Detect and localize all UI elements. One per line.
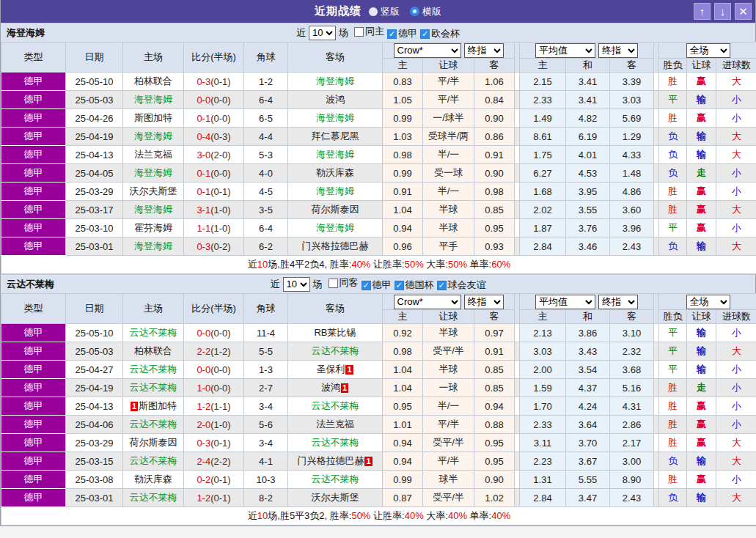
odds-provider-select[interactable]: Crow* — [394, 43, 461, 58]
corner-cell: 6-2 — [244, 237, 288, 256]
avg-draw-cell: 3.41 — [566, 91, 610, 109]
team-name-text: 霍芬海姆 — [134, 222, 172, 233]
odds-handicap-cell: 平手 — [423, 237, 474, 256]
goals-cell: 大 — [716, 73, 756, 91]
summary-row: 近10场,胜5平3负2, 胜率:50% 让胜率:40% 大率:40% 单率:40… — [1, 507, 756, 526]
odds-away-cell: 0.91 — [474, 342, 515, 361]
avg-home-cell: 2.84 — [520, 489, 566, 507]
halftime-score: (0-0) — [210, 383, 230, 394]
team-name-text: 波鸿 — [321, 382, 340, 393]
away-team-cell: 圣保利1 — [288, 361, 383, 379]
team-name-text: 沃尔夫斯堡 — [312, 492, 359, 503]
odds-handicap-cell: 平/半 — [423, 73, 474, 91]
avg-away-cell: 3.39 — [610, 73, 654, 91]
team-name-text: RB莱比锡 — [314, 327, 356, 338]
final-odds-select[interactable]: 终指 — [464, 295, 504, 309]
avg-draw-cell: 4.53 — [566, 164, 610, 183]
team-name-text: 柏林联合 — [134, 75, 172, 86]
radio-icon — [369, 7, 378, 16]
away-team-cell: 海登海姆 — [288, 146, 383, 164]
col-header-avg-home: 主 — [520, 310, 566, 324]
filter-checkbox[interactable]: ✓ — [437, 281, 447, 290]
corner-cell: 4-4 — [244, 128, 288, 146]
separator-cell — [515, 379, 520, 397]
filter-checkbox[interactable]: ✓ — [362, 281, 371, 290]
league-cell: 德甲 — [1, 201, 66, 219]
col-header-goals: 进球数 — [716, 59, 756, 73]
league-cell: 德甲 — [1, 489, 66, 507]
avg-away-cell: 2.17 — [610, 434, 654, 452]
filter-checkbox[interactable]: ✓ — [394, 281, 404, 290]
halftime-score: (2-0) — [210, 150, 230, 161]
separator-cell — [515, 452, 520, 471]
result-cell: 负 — [659, 452, 687, 471]
separator-col — [515, 294, 520, 324]
recent-results-window: 近期战绩 竖版横版 ↑ ↓ ✕ 海登海姆 近 10 场 同主✓德甲✓欧会杯 — [0, 0, 756, 526]
filter-checkbox[interactable] — [354, 27, 364, 37]
final-odds-select[interactable]: 终指 — [464, 43, 504, 58]
match-count-select[interactable]: 10 — [309, 26, 336, 40]
score-cell: 0-1(0-1) — [184, 183, 244, 201]
match-row: 德甲25-05-03海登海姆0-0(0-0)6-4波鸿1.05平/半0.842.… — [1, 91, 756, 109]
avg-home-cell: 2.33 — [520, 416, 566, 434]
match-row: 德甲25-04-19云达不莱梅1-0(0-0)2-7波鸿11.04一球0.851… — [1, 379, 756, 397]
filter-checkbox-item: ✓德甲 — [362, 279, 392, 292]
avg-draw-cell: 3.46 — [566, 237, 610, 256]
separator-cell — [654, 109, 659, 128]
team-name-text: 海登海姆 — [134, 240, 172, 251]
final-odds-select-2[interactable]: 终指 — [598, 43, 638, 58]
close-button[interactable]: ✕ — [735, 3, 752, 20]
filter-near-label: 近 — [296, 26, 306, 40]
layout-radio-item[interactable]: 竖版 — [369, 5, 400, 18]
filter-checkbox[interactable]: ✓ — [420, 29, 430, 39]
date-cell: 25-03-01 — [66, 489, 123, 507]
odds-handicap-cell: 一球 — [423, 379, 474, 397]
col-header-odds-home: 主 — [383, 310, 423, 324]
score-cell: 0-3(0-1) — [184, 434, 244, 452]
final-odds-select-2[interactable]: 终指 — [598, 295, 638, 309]
separator-cell — [515, 128, 520, 146]
layout-radio-item[interactable]: 横版 — [410, 5, 441, 18]
odds-home-cell: 0.92 — [383, 324, 423, 342]
col-header-odds-away: 客 — [474, 59, 515, 73]
avg-away-cell: 2.86 — [610, 416, 654, 434]
move-down-button[interactable]: ↓ — [714, 3, 731, 20]
fulltime-score: 0-3 — [197, 76, 210, 87]
match-row: 德甲25-04-13法兰克福3-0(2-0)5-3海登海姆0.98半/一0.91… — [1, 146, 756, 164]
date-cell: 25-04-27 — [66, 361, 123, 379]
home-team-cell: 云达不莱梅 — [123, 379, 184, 397]
separator-cell — [654, 361, 659, 379]
goals-cell: 大 — [716, 342, 756, 361]
fulltime-select[interactable]: 全场 — [686, 43, 730, 58]
fulltime-score: 1-0 — [197, 383, 210, 394]
goals-cell: 大 — [716, 201, 756, 219]
match-row: 德甲25-03-17海登海姆3-1(1-0)3-5荷尔斯泰因1.04半球0.85… — [1, 201, 756, 219]
fulltime-select[interactable]: 全场 — [686, 295, 730, 309]
avg-draw-cell: 3.95 — [566, 183, 610, 201]
team-name-text: 海登海姆 — [316, 185, 354, 196]
separator-cell — [515, 183, 520, 201]
filter-checkbox[interactable] — [329, 279, 338, 288]
handicap-result-cell: 输 — [687, 452, 716, 471]
average-select[interactable]: 平均值 — [535, 295, 595, 309]
team-name-text: 海登海姆 — [134, 94, 172, 105]
league-cell: 德甲 — [1, 471, 66, 489]
odds-handicap-cell: 一/球半 — [423, 109, 474, 128]
odds-home-cell: 0.98 — [383, 342, 423, 361]
handicap-result-cell: 赢 — [687, 73, 716, 91]
odds-provider-select[interactable]: Crow* — [394, 295, 461, 309]
avg-away-cell: 2.43 — [610, 237, 654, 256]
odds-away-cell: 0.85 — [474, 361, 515, 379]
summary-part: 让胜率: — [370, 259, 404, 270]
filter-checkbox-label: 同主 — [365, 25, 384, 38]
avg-home-cell: 2.02 — [520, 201, 566, 219]
summary-part: 40% — [448, 510, 467, 521]
average-select[interactable]: 平均值 — [535, 43, 595, 58]
move-up-button[interactable]: ↑ — [694, 3, 711, 20]
separator-cell — [515, 397, 520, 416]
corner-cell: 5-6 — [244, 416, 288, 434]
separator-cell — [515, 146, 520, 164]
avg-home-cell: 2.00 — [520, 361, 566, 379]
match-count-select[interactable]: 10 — [283, 277, 310, 292]
filter-checkbox[interactable]: ✓ — [387, 29, 397, 39]
